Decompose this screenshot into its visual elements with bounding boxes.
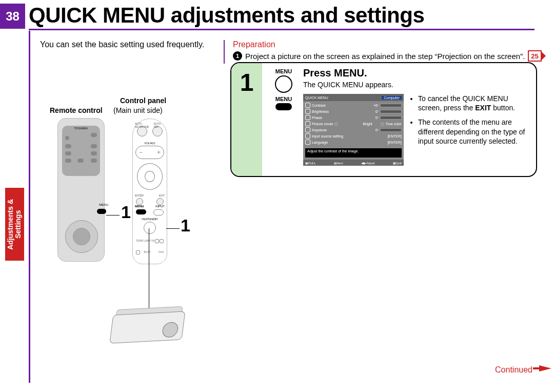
intro-text: You can set the basic setting used frequ… xyxy=(40,40,204,49)
section-tab: Adjustments & Settings xyxy=(5,188,24,261)
main-unit-side-label: (Main unit side) xyxy=(113,106,163,114)
leader-line xyxy=(106,215,120,215)
cp-volume: −+ xyxy=(135,146,164,159)
menu-pill-icon xyxy=(275,103,292,110)
step-title: Press MENU. xyxy=(303,67,367,79)
step-bullet-icon: 1 xyxy=(233,51,242,61)
page-title: QUICK MENU adjustments and settings xyxy=(29,3,424,28)
control-panel-illustration: AUTO KEYSTONEAUTO SET −+ VOL/ADJ ENTEREX… xyxy=(132,119,167,264)
remote-nav-ring xyxy=(65,220,98,253)
divider xyxy=(224,40,225,64)
section-tab-text: Adjustments & Settings xyxy=(7,199,23,250)
preparation-row: 1 Project a picture on the screen as exp… xyxy=(233,50,542,62)
callout-remote-1: 1 xyxy=(121,202,131,222)
continued-arrow-icon xyxy=(539,365,551,371)
callout-cp-1: 1 xyxy=(181,215,190,236)
continued-label: Continued xyxy=(495,365,532,375)
cp-input-label: INPUT xyxy=(155,205,165,208)
leader-line xyxy=(166,228,180,229)
step-1-box: 1 MENU MENU Press MENU. The QUICK MENU a… xyxy=(230,62,537,177)
osd-source: Computer xyxy=(382,96,402,100)
page-number: 38 xyxy=(0,4,25,29)
left-margin-rule xyxy=(29,31,30,383)
control-panel-label: Control panel xyxy=(120,96,166,105)
toshiba-logo: TOSHIBA xyxy=(62,127,100,130)
menu-button-diagram: MENU MENU xyxy=(267,68,300,111)
cp-power-button xyxy=(144,222,156,234)
page-reference: 25 xyxy=(528,50,541,62)
preparation-text: Project a picture on the screen as expla… xyxy=(245,52,525,61)
cp-nav-ring xyxy=(137,163,163,190)
cp-menu-label: MENU xyxy=(135,205,144,208)
preparation-heading: Preparation xyxy=(233,40,275,49)
osd-hint: Adjust the contrast of the image. xyxy=(305,148,402,158)
step-number: 1 xyxy=(231,63,262,177)
step-subtitle: The QUICK MENU appears. xyxy=(303,81,393,89)
note-2: The contents of the menu are different d… xyxy=(418,117,530,146)
osd-title: QUICK MENU xyxy=(305,96,328,100)
remote-menu-button xyxy=(97,209,106,214)
remote-control-illustration: TOSHIBA MENU xyxy=(57,118,105,262)
continued-arrow-line xyxy=(533,367,539,369)
cp-menu-button xyxy=(136,209,146,214)
remote-control-label: Remote control xyxy=(50,106,103,114)
note-1: To cancel the QUICK MENU screen, press t… xyxy=(418,94,530,112)
step-notes: To cancel the QUICK MENU screen, press t… xyxy=(411,94,530,151)
projector-illustration xyxy=(109,306,186,343)
remote-menu-label: MENU xyxy=(99,203,108,206)
menu-button-icon xyxy=(275,75,292,93)
osd-screenshot: QUICK MENUComputer Contrast+6 Brightness… xyxy=(303,94,404,166)
cp-input-button xyxy=(153,209,164,215)
